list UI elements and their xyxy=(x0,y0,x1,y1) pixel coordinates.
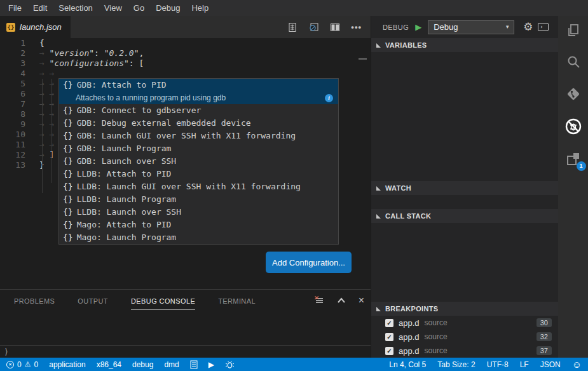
open-settings-file-icon[interactable] xyxy=(287,22,297,32)
status-application[interactable]: application xyxy=(49,360,85,369)
configure-gear-icon[interactable]: ⚙ xyxy=(523,20,533,34)
section-variables[interactable]: VARIABLES xyxy=(371,38,558,52)
menu-edit[interactable]: Edit xyxy=(27,3,53,13)
suggest-item[interactable]: {}GDB: Connect to gdbserver xyxy=(59,104,338,117)
menu-bar: File Edit Selection View Go Debug Help xyxy=(0,0,588,16)
editor[interactable]: 1{2→"version": "0.2.0",3→"configurations… xyxy=(0,38,371,289)
status-compiler[interactable]: dmd xyxy=(164,360,179,369)
encoding[interactable]: UTF-8 xyxy=(487,360,509,369)
line-number: 10 xyxy=(0,130,25,140)
status-buildtype[interactable]: debug xyxy=(132,360,153,369)
suggest-item[interactable]: {}GDB: Launch Program xyxy=(59,142,338,155)
status-bar: × 0 ⚠ 0 application x86_64 debug dmd ▶ L… xyxy=(0,358,588,371)
section-breakpoints[interactable]: BREAKPOINTS xyxy=(371,302,558,316)
source-control-icon[interactable] xyxy=(565,86,582,102)
error-icon: × xyxy=(6,361,14,368)
line-number: 1 xyxy=(0,38,25,48)
suggest-widget: {} GDB: Attach to PID Attaches to a runn… xyxy=(58,78,339,245)
snippet-icon: {} xyxy=(63,117,73,130)
cursor-position[interactable]: Ln 4, Col 5 xyxy=(389,360,426,369)
suggest-item[interactable]: {}LLDB: Attach to PID xyxy=(59,168,338,180)
run-status-icon[interactable]: ▶ xyxy=(209,360,214,369)
suggest-item[interactable]: {}GDB: Debug external embedded device xyxy=(59,117,338,130)
suggest-item[interactable]: {}GDB: Launch GUI over SSH with X11 forw… xyxy=(59,130,338,142)
suggest-item-selected[interactable]: {} GDB: Attach to PID Attaches to a runn… xyxy=(59,79,338,104)
add-configuration-button[interactable]: Add Configuration... xyxy=(266,252,352,273)
section-watch[interactable]: WATCH xyxy=(371,181,558,195)
editor-line[interactable]: 2→"version": "0.2.0", xyxy=(0,48,371,58)
menu-selection[interactable]: Selection xyxy=(53,3,98,13)
suggest-item[interactable]: {}LLDB: Launch over SSH xyxy=(59,206,338,219)
debug-toolbar: DEBUG ▶ Debug ▼ ⚙ › xyxy=(371,16,558,38)
menu-help[interactable]: Help xyxy=(186,3,214,13)
bug-status-icon[interactable] xyxy=(225,360,235,369)
open-debug-console-icon[interactable]: › xyxy=(538,23,549,31)
breakpoint-row[interactable]: ✓app.dsource30 xyxy=(371,316,558,330)
tab-output[interactable]: OUTPUT xyxy=(78,292,108,309)
problems-status[interactable]: × 0 ⚠ 0 xyxy=(6,360,38,369)
snippet-icon: {} xyxy=(63,168,73,180)
menu-go[interactable]: Go xyxy=(128,3,150,13)
snippet-icon: {} xyxy=(63,104,73,117)
tab-debug-console[interactable]: DEBUG CONSOLE xyxy=(131,292,195,310)
tab-problems[interactable]: PROBLEMS xyxy=(14,292,55,309)
snippet-icon: {} xyxy=(63,180,73,193)
menu-debug[interactable]: Debug xyxy=(150,3,186,13)
explorer-icon[interactable] xyxy=(565,22,582,39)
line-number: 9 xyxy=(0,119,25,130)
open-preview-icon[interactable] xyxy=(308,22,319,32)
breakpoint-checkbox[interactable]: ✓ xyxy=(385,347,393,355)
debug-config-dropdown[interactable]: Debug ▼ xyxy=(428,20,514,34)
extensions-icon[interactable]: 1 xyxy=(565,151,582,167)
document-status-icon[interactable] xyxy=(190,360,198,369)
debug-console-input[interactable]: ⟩ xyxy=(0,345,371,358)
suggest-item[interactable]: {}Mago: Attach to PID xyxy=(59,219,338,231)
language-mode[interactable]: JSON xyxy=(540,360,561,369)
suggest-item[interactable]: {}LLDB: Launch Program xyxy=(59,193,338,206)
breakpoint-line-badge: 32 xyxy=(537,332,552,341)
editor-line[interactable]: 1{ xyxy=(0,38,371,48)
suggest-item-description: Attaches to a running program pid using … xyxy=(76,91,226,104)
breakpoint-checkbox[interactable]: ✓ xyxy=(385,333,393,341)
line-number: 4 xyxy=(0,69,25,79)
twistie-icon xyxy=(376,186,381,191)
suggest-item[interactable]: {}Mago: Launch Program xyxy=(59,231,338,244)
editor-line[interactable]: 3→"configurations": [ xyxy=(0,58,371,69)
snippet-icon: {} xyxy=(63,130,73,142)
maximize-panel-icon[interactable] xyxy=(337,297,346,304)
panel-tab-bar: PROBLEMS OUTPUT DEBUG CONSOLE TERMINAL × xyxy=(0,290,371,311)
breakpoint-row[interactable]: ✓app.dsource32 xyxy=(371,330,558,344)
chevron-down-icon: ▼ xyxy=(505,24,510,30)
tab-launch-json[interactable]: {} launch.json xyxy=(0,16,71,38)
suggest-item[interactable]: {}GDB: Launch over SSH xyxy=(59,155,338,168)
extensions-badge: 1 xyxy=(577,161,586,171)
more-actions-icon[interactable]: ••• xyxy=(351,22,362,32)
menu-view[interactable]: View xyxy=(99,3,128,13)
suggest-item[interactable]: {}LLDB: Launch GUI over SSH with X11 for… xyxy=(59,180,338,193)
menu-file[interactable]: File xyxy=(3,3,27,13)
watch-body xyxy=(371,195,558,209)
eol-type[interactable]: LF xyxy=(520,360,529,369)
editor-line[interactable]: 4→→ xyxy=(0,69,371,79)
info-icon[interactable]: i xyxy=(325,94,333,102)
close-panel-icon[interactable]: × xyxy=(359,296,364,305)
breakpoint-row[interactable]: ✓app.dsource37 xyxy=(371,344,558,358)
indent-guide xyxy=(42,79,43,193)
snippet-icon: {} xyxy=(63,155,73,168)
status-arch[interactable]: x86_64 xyxy=(97,360,121,369)
split-editor-icon[interactable] xyxy=(330,22,340,32)
search-icon[interactable] xyxy=(565,54,582,71)
section-call-stack[interactable]: CALL STACK xyxy=(371,209,558,223)
tab-terminal[interactable]: TERMINAL xyxy=(218,292,256,309)
line-number: 13 xyxy=(0,160,25,170)
line-number: 2 xyxy=(0,48,25,58)
feedback-smiley-icon[interactable]: ☺ xyxy=(572,360,582,369)
debug-sidebar: DEBUG ▶ Debug ▼ ⚙ › VARIABLES WATCH xyxy=(371,16,558,358)
breakpoint-checkbox[interactable]: ✓ xyxy=(385,319,393,327)
tab-label: launch.json xyxy=(20,22,62,32)
line-number: 6 xyxy=(0,89,25,99)
tab-size[interactable]: Tab Size: 2 xyxy=(437,360,475,369)
start-debug-icon[interactable]: ▶ xyxy=(415,22,421,32)
clear-console-icon[interactable] xyxy=(314,295,324,306)
debug-icon[interactable] xyxy=(564,118,582,135)
